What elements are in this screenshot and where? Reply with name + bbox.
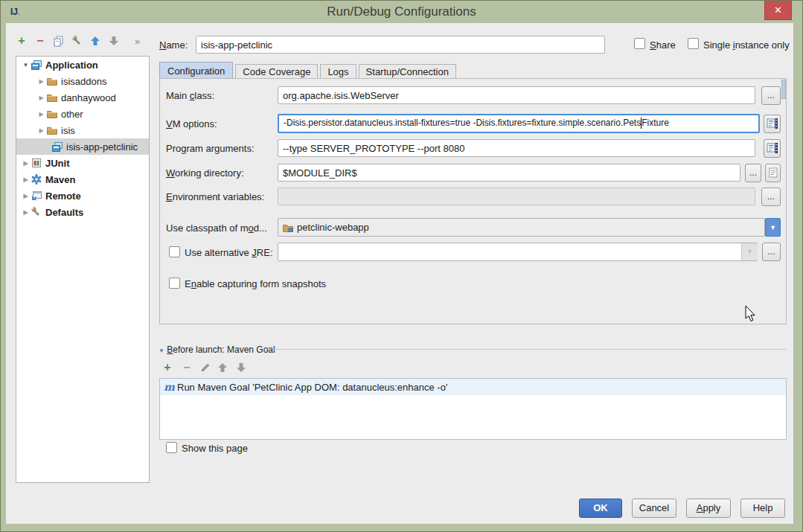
working-directory-macro-button[interactable]: [765, 164, 781, 182]
environment-variables-label: Environment variables:: [166, 191, 264, 202]
tree-item-maven[interactable]: ▶ Maven: [16, 171, 149, 188]
use-classpath-label: Use classpath of mod...: [166, 222, 267, 234]
tree-item-isisaddons[interactable]: ▶ isisaddons: [16, 73, 149, 89]
configurations-tree: ▼ Application ▶ isisaddons ▶ danhaywood …: [16, 56, 150, 483]
expand-arrow-icon[interactable]: ▶: [21, 193, 31, 199]
maven-icon: [31, 173, 42, 185]
remove-configuration-icon[interactable]: −: [33, 34, 47, 48]
move-up-icon[interactable]: [89, 35, 103, 48]
classpath-module-combobox[interactable]: petclinic-webapp: [278, 218, 765, 237]
alternative-jre-browse-button[interactable]: ...: [762, 243, 781, 261]
before-launch-remove-icon[interactable]: −: [180, 361, 193, 374]
name-input[interactable]: [196, 36, 605, 54]
ok-button[interactable]: OK: [579, 499, 622, 518]
expand-arrow-icon[interactable]: ▶: [21, 209, 31, 216]
mouse-cursor: [745, 305, 757, 323]
tree-item-remote[interactable]: ▶ Remote: [16, 188, 149, 204]
single-instance-label: Single instance only: [703, 39, 790, 51]
form-snapshots-label: Enable capturing form snapshots: [185, 278, 326, 289]
expand-arrow-icon[interactable]: ▶: [36, 111, 46, 118]
module-icon: [282, 222, 294, 234]
cancel-button[interactable]: Cancel: [632, 499, 676, 518]
before-launch-header[interactable]: ▼ Before launch: Maven Goal: [159, 344, 275, 355]
main-class-label: Main class:: [166, 90, 214, 101]
run-debug-configurations-dialog: IJ. Run/Debug Configurations ✕ + − » Nam…: [0, 0, 803, 532]
remote-icon: [31, 190, 42, 202]
help-button[interactable]: Help: [740, 499, 785, 518]
folder-icon: [46, 75, 58, 87]
tree-item-isis-app-petclinic[interactable]: isis-app-petclinic: [16, 138, 149, 155]
application-icon: [51, 141, 63, 153]
before-launch-task-list: m Run Maven Goal 'PetClinic App DOM: dat…: [159, 378, 787, 440]
alternative-jre-combobox[interactable]: ▼: [278, 243, 758, 261]
folder-icon: [46, 124, 58, 136]
form-snapshots-checkbox[interactable]: [169, 278, 180, 289]
share-checkbox[interactable]: [634, 38, 645, 49]
program-arguments-expand-button[interactable]: [764, 139, 781, 158]
tree-item-other[interactable]: ▶ other: [16, 106, 149, 122]
program-arguments-input[interactable]: [278, 139, 755, 157]
tree-item-junit[interactable]: ▶ JUnit: [16, 155, 149, 171]
tree-item-defaults[interactable]: ▶ Defaults: [16, 204, 149, 220]
tab-logs[interactable]: Logs: [320, 64, 356, 80]
before-launch-move-up-icon[interactable]: [217, 362, 230, 375]
expand-arrow-icon[interactable]: ▼: [21, 62, 31, 68]
working-directory-input[interactable]: [278, 164, 740, 182]
environment-variables-input[interactable]: [278, 188, 755, 205]
working-directory-browse-button[interactable]: ...: [745, 164, 761, 182]
expand-arrow-icon[interactable]: ▶: [36, 78, 46, 85]
close-icon[interactable]: ✕: [764, 1, 792, 20]
before-launch-edit-pencil-icon[interactable]: [199, 362, 213, 375]
maven-goal-icon: m: [164, 381, 177, 393]
tree-item-danhaywood[interactable]: ▶ danhaywood: [16, 89, 149, 106]
move-down-icon[interactable]: [108, 35, 121, 48]
copy-configuration-icon[interactable]: [53, 35, 66, 48]
apply-button[interactable]: Apply: [686, 499, 731, 518]
tab-configuration[interactable]: Configuration: [159, 62, 233, 80]
settings-tabbar: Configuration Code Coverage Logs Startup…: [159, 62, 458, 80]
folder-icon: [46, 108, 58, 120]
program-arguments-label: Program arguments:: [166, 143, 255, 154]
expand-arrow-icon[interactable]: ▶: [21, 160, 31, 167]
working-directory-label: Working directory:: [166, 167, 244, 179]
tab-code-coverage[interactable]: Code Coverage: [235, 64, 318, 80]
expand-arrow-icon[interactable]: ▶: [36, 127, 46, 134]
environment-variables-browse-button[interactable]: ...: [761, 188, 781, 206]
tree-item-isis[interactable]: ▶ isis: [16, 122, 149, 138]
dialog-title: Run/Debug Configurations: [1, 1, 802, 23]
vm-options-label: VM options:: [166, 118, 217, 129]
wrench-icon: [31, 206, 42, 218]
alternative-jre-checkbox[interactable]: [169, 246, 180, 257]
collapse-arrow-icon[interactable]: ▼: [159, 347, 164, 354]
main-class-browse-button[interactable]: ...: [761, 86, 781, 105]
main-class-input[interactable]: [278, 86, 755, 104]
expand-arrow-icon[interactable]: ▶: [21, 176, 31, 183]
add-configuration-icon[interactable]: +: [15, 34, 28, 48]
share-label: Share: [650, 39, 676, 51]
section-divider: [273, 349, 787, 350]
show-this-page-checkbox[interactable]: [166, 442, 177, 453]
tab-startup-connection[interactable]: Startup/Connection: [359, 64, 456, 80]
vm-options-input[interactable]: -Disis.persistor.datanucleus.install-fix…: [278, 114, 760, 133]
list-item-maven-goal[interactable]: m Run Maven Goal 'PetClinic App DOM: dat…: [160, 379, 786, 395]
show-this-page-label: Show this page: [182, 443, 248, 454]
tree-item-application[interactable]: ▼ Application: [16, 57, 149, 73]
before-launch-move-down-icon[interactable]: [235, 362, 249, 375]
jre-dropdown-button[interactable]: ▼: [741, 243, 758, 260]
more-actions-chevron-icon[interactable]: »: [130, 35, 144, 48]
vm-options-expand-button[interactable]: [764, 115, 781, 133]
alternative-jre-label: Use alternative JRE:: [185, 247, 273, 258]
classpath-dropdown-button[interactable]: ▼: [765, 218, 781, 237]
junit-icon: [31, 157, 42, 169]
before-launch-add-icon[interactable]: +: [161, 361, 174, 374]
single-instance-checkbox[interactable]: [688, 38, 699, 49]
application-icon: [31, 59, 42, 71]
folder-icon: [46, 92, 58, 103]
name-label: Name:: [159, 39, 188, 51]
edit-defaults-wrench-icon[interactable]: [71, 35, 85, 48]
scrollbar-thumb[interactable]: [781, 80, 786, 99]
expand-arrow-icon[interactable]: ▶: [36, 94, 46, 101]
